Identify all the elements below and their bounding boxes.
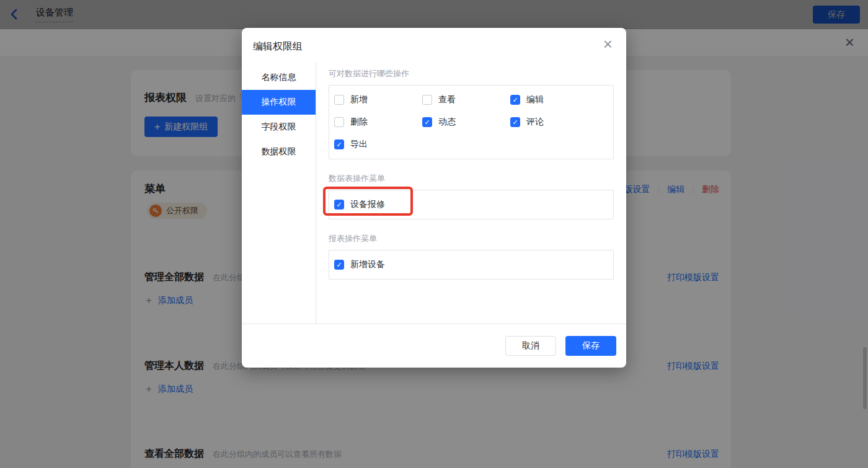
modal-close-icon[interactable]: × bbox=[603, 35, 613, 53]
check-icon: ✓ bbox=[424, 119, 430, 126]
report-menu-checkbox-group: ✓ 新增设备 bbox=[329, 250, 614, 280]
checkbox-delete[interactable]: ✓ 删除 bbox=[334, 117, 368, 128]
checkbox-activity[interactable]: ✓ 动态 bbox=[422, 117, 456, 128]
check-icon: ✓ bbox=[336, 201, 342, 208]
checkbox-edit[interactable]: ✓ 编辑 bbox=[510, 94, 544, 105]
checkbox-device-repair[interactable]: ✓ 设备报修 bbox=[334, 199, 385, 210]
modal-content: 可对数据进行哪些操作 ✓ 新增 ✓ 查看 ✓ 编辑 ✓ 删除 ✓ 动态 bbox=[316, 62, 626, 324]
tab-field-permission[interactable]: 字段权限 bbox=[242, 115, 316, 139]
checkbox-box: ✓ bbox=[334, 260, 344, 270]
modal-header: 编辑权限组 × bbox=[242, 28, 626, 62]
modal-tab-nav: 名称信息 操作权限 字段权限 数据权限 bbox=[242, 62, 316, 324]
checkbox-box: ✓ bbox=[510, 117, 520, 127]
checkbox-box: ✓ bbox=[422, 117, 432, 127]
checkbox-box: ✓ bbox=[334, 139, 344, 149]
check-icon: ✓ bbox=[512, 119, 518, 126]
checkbox-label: 评论 bbox=[526, 117, 544, 128]
checkbox-box: ✓ bbox=[334, 95, 344, 105]
save-button[interactable]: 保存 bbox=[565, 336, 616, 356]
checkbox-label: 导出 bbox=[350, 139, 368, 150]
checkbox-box: ✓ bbox=[334, 117, 344, 127]
checkbox-comment[interactable]: ✓ 评论 bbox=[510, 117, 544, 128]
tab-operation-permission[interactable]: 操作权限 bbox=[242, 90, 316, 115]
checkbox-label: 动态 bbox=[438, 117, 456, 128]
checkbox-label: 删除 bbox=[350, 117, 368, 128]
edit-permission-group-modal: 编辑权限组 × 名称信息 操作权限 字段权限 数据权限 可对数据进行哪些操作 ✓… bbox=[242, 28, 626, 368]
checkbox-box: ✓ bbox=[510, 95, 520, 105]
checkbox-view[interactable]: ✓ 查看 bbox=[422, 94, 456, 105]
tab-data-permission[interactable]: 数据权限 bbox=[242, 139, 316, 164]
report-menu-section-label: 报表操作菜单 bbox=[329, 233, 614, 244]
operations-checkbox-group: ✓ 新增 ✓ 查看 ✓ 编辑 ✓ 删除 ✓ 动态 ✓ 评论 bbox=[329, 85, 614, 159]
operations-section-label: 可对数据进行哪些操作 bbox=[329, 68, 614, 79]
table-menu-section-label: 数据表操作菜单 bbox=[329, 173, 614, 184]
tab-name-info[interactable]: 名称信息 bbox=[242, 65, 316, 90]
checkbox-label: 查看 bbox=[438, 94, 456, 105]
check-icon: ✓ bbox=[512, 97, 518, 104]
checkbox-add-device[interactable]: ✓ 新增设备 bbox=[334, 259, 385, 270]
checkbox-box: ✓ bbox=[422, 95, 432, 105]
checkbox-label: 编辑 bbox=[526, 94, 544, 105]
modal-title: 编辑权限组 bbox=[253, 40, 303, 53]
table-menu-checkbox-group: ✓ 设备报修 bbox=[329, 190, 614, 219]
check-icon: ✓ bbox=[336, 262, 342, 268]
checkbox-box: ✓ bbox=[334, 200, 344, 210]
cancel-button[interactable]: 取消 bbox=[505, 336, 556, 356]
checkbox-label: 新增设备 bbox=[350, 259, 385, 270]
checkbox-add[interactable]: ✓ 新增 bbox=[334, 94, 368, 105]
checkbox-export[interactable]: ✓ 导出 bbox=[334, 139, 368, 150]
modal-footer: 取消 保存 bbox=[242, 324, 626, 368]
checkbox-label: 新增 bbox=[350, 94, 368, 105]
checkbox-label: 设备报修 bbox=[350, 199, 385, 210]
check-icon: ✓ bbox=[336, 141, 342, 148]
